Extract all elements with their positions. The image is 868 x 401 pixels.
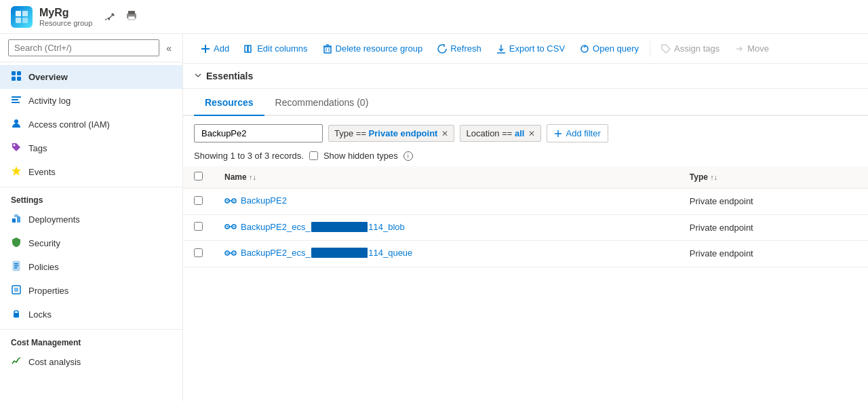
print-button[interactable] (123, 7, 140, 26)
sidebar-search-container: « (0, 34, 182, 62)
sidebar-item-overview-label: Overview (28, 72, 68, 82)
settings-section-header: Settings (0, 187, 182, 208)
location-filter-close[interactable]: ✕ (528, 129, 535, 138)
sidebar-item-activity-log[interactable]: Activity log (0, 89, 182, 113)
move-button[interactable]: Move (728, 39, 776, 58)
svg-rect-11 (12, 96, 21, 98)
svg-rect-8 (17, 71, 21, 75)
row1-resource-link[interactable]: BackupPE2 (241, 195, 287, 206)
private-endpoint-icon-2 (224, 222, 237, 231)
export-csv-button[interactable]: Export to CSV (490, 39, 572, 58)
tab-recommendations[interactable]: Recommendations (0) (264, 89, 380, 116)
table-row: BackupPE2_ecs_ 114_blob Private endpoint (183, 214, 868, 241)
sidebar: « Overview (0, 34, 183, 401)
sidebar-item-policies-label: Policies (28, 262, 59, 272)
open-query-button[interactable]: Open query (573, 39, 646, 58)
svg-rect-18 (14, 214, 18, 217)
top-header: MyRg Resource group (0, 0, 868, 34)
svg-rect-20 (14, 263, 18, 265)
svg-point-14 (14, 119, 18, 123)
svg-rect-12 (12, 99, 18, 100)
pin-button[interactable] (102, 7, 118, 26)
svg-rect-21 (14, 265, 18, 267)
svg-rect-30 (324, 47, 331, 53)
refresh-button[interactable]: Refresh (431, 39, 488, 58)
records-info: Showing 1 to 3 of 3 records. Show hidden… (183, 151, 868, 166)
essentials-header: Essentials (183, 64, 868, 89)
hidden-types-info-icon[interactable]: i (403, 151, 413, 161)
svg-rect-3 (22, 18, 28, 23)
row3-checkbox-cell (183, 241, 214, 267)
svg-point-55 (233, 252, 235, 254)
collapse-button[interactable]: « (163, 41, 174, 55)
svg-rect-7 (12, 71, 16, 75)
row1-checkbox[interactable] (194, 196, 203, 205)
svg-rect-25 (14, 313, 19, 318)
sidebar-item-security[interactable]: Security (0, 231, 182, 255)
sidebar-item-cost-analysis-label: Cost analysis (28, 357, 81, 367)
toolbar: Add Edit columns Delete resource group R… (183, 34, 868, 64)
resource-table: Name ↑↓ Type ↑↓ (183, 166, 868, 267)
sidebar-item-events-label: Events (28, 167, 56, 177)
sidebar-item-properties[interactable]: Properties (0, 279, 182, 303)
essentials-chevron-icon[interactable] (194, 71, 202, 81)
tags-icon (11, 142, 22, 155)
row2-checkbox[interactable] (194, 222, 203, 231)
sidebar-item-tags[interactable]: Tags (0, 136, 182, 160)
svg-rect-2 (16, 18, 21, 23)
resource-name: MyRg (39, 7, 92, 19)
name-column-header[interactable]: Name ↑↓ (214, 166, 679, 189)
row1-type-cell: Private endpoint (679, 189, 868, 215)
svg-rect-10 (17, 77, 21, 81)
events-icon (11, 166, 22, 178)
cost-section-header: Cost Management (0, 329, 182, 350)
sidebar-item-deployments[interactable]: Deployments (0, 208, 182, 231)
sidebar-item-properties-label: Properties (28, 286, 68, 296)
resource-title: MyRg Resource group (39, 7, 92, 27)
edit-columns-button[interactable]: Edit columns (237, 39, 314, 58)
sidebar-item-locks[interactable]: Locks (0, 303, 182, 326)
sidebar-item-policies[interactable]: Policies (0, 255, 182, 279)
name-sort-icon: ↑↓ (249, 173, 256, 181)
sidebar-item-security-label: Security (28, 238, 60, 248)
row2-checkbox-cell (183, 214, 214, 241)
toolbar-divider (650, 41, 650, 57)
row2-resource-link[interactable]: BackupPE2_ecs_ 114_blob (241, 222, 405, 232)
svg-rect-24 (14, 288, 18, 292)
resource-type: Resource group (39, 19, 92, 27)
add-filter-button[interactable]: Add filter (547, 124, 608, 142)
private-endpoint-icon-3 (224, 248, 237, 258)
location-filter-tag: Location == all ✕ (460, 125, 541, 142)
assign-tags-button[interactable]: Assign tags (654, 39, 726, 58)
type-filter-tag: Type == Private endpoint ✕ (328, 125, 454, 142)
records-count-text: Showing 1 to 3 of 3 records. (194, 151, 304, 161)
sidebar-item-activity-log-label: Activity log (28, 96, 71, 106)
search-input[interactable] (8, 39, 159, 56)
svg-point-15 (14, 145, 16, 147)
delete-rg-button[interactable]: Delete resource group (316, 39, 430, 58)
svg-point-49 (226, 226, 228, 227)
cost-analysis-icon (11, 356, 22, 368)
type-column-header[interactable]: Type ↑↓ (679, 166, 868, 189)
search-filter-input[interactable] (194, 124, 323, 142)
sidebar-item-overview[interactable]: Overview (0, 65, 182, 89)
add-button[interactable]: Add (194, 39, 236, 58)
layout: « Overview (0, 34, 868, 401)
sidebar-item-access-control[interactable]: Access control (IAM) (0, 113, 182, 136)
select-all-checkbox[interactable] (194, 172, 203, 180)
sidebar-item-cost-analysis[interactable]: Cost analysis (0, 350, 182, 374)
table-row: BackupPE2 Private endpoint (183, 189, 868, 215)
tab-resources[interactable]: Resources (194, 89, 264, 116)
security-icon (11, 237, 22, 250)
row3-checkbox[interactable] (194, 248, 203, 257)
sidebar-item-events[interactable]: Events (0, 160, 182, 184)
svg-rect-0 (16, 11, 21, 16)
sidebar-item-locks-label: Locks (28, 309, 52, 320)
type-filter-close[interactable]: ✕ (441, 129, 448, 138)
row2-redacted (311, 222, 368, 232)
svg-rect-22 (14, 267, 17, 269)
private-endpoint-icon-1 (224, 196, 237, 206)
header-icons (102, 7, 140, 26)
row3-resource-link[interactable]: BackupPE2_ecs_ 114_queue (241, 248, 412, 258)
show-hidden-types-checkbox[interactable] (309, 151, 318, 160)
